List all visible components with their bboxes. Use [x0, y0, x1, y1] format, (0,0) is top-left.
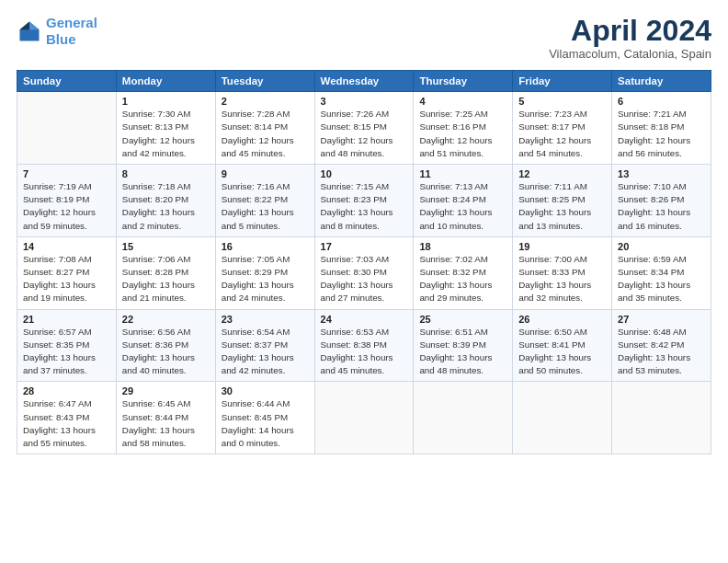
cell-w4-d4: [414, 382, 513, 454]
day-number: 14: [23, 241, 110, 252]
cell-info: Sunrise: 7:21 AMSunset: 8:18 PMDaylight:…: [618, 108, 705, 160]
week-row-5: 28Sunrise: 6:47 AMSunset: 8:43 PMDayligh…: [17, 382, 711, 454]
cell-info: Sunrise: 6:45 AMSunset: 8:44 PMDaylight:…: [122, 397, 210, 450]
cell-info: Sunrise: 6:51 AMSunset: 8:39 PMDaylight:…: [419, 326, 506, 378]
cell-info: Sunrise: 6:48 AMSunset: 8:42 PMDaylight:…: [618, 326, 705, 378]
day-number: 28: [23, 385, 110, 396]
cell-w1-d6: 13Sunrise: 7:10 AMSunset: 8:26 PMDayligh…: [612, 165, 711, 237]
day-number: 26: [518, 314, 606, 325]
col-header-friday: Friday: [513, 71, 612, 92]
cell-w0-d3: 3Sunrise: 7:26 AMSunset: 8:15 PMDaylight…: [314, 92, 414, 165]
cell-info: Sunrise: 6:47 AMSunset: 8:43 PMDaylight:…: [23, 397, 110, 450]
cell-info: Sunrise: 7:11 AMSunset: 8:25 PMDaylight:…: [518, 180, 606, 233]
logo-text: General Blue: [46, 15, 97, 48]
logo-blue: Blue: [46, 31, 76, 47]
cell-w1-d5: 12Sunrise: 7:11 AMSunset: 8:25 PMDayligh…: [513, 165, 612, 237]
cell-info: Sunrise: 6:54 AMSunset: 8:37 PMDaylight:…: [222, 326, 309, 378]
day-number: 4: [419, 96, 506, 107]
header: General Blue April 2024 Vilamacolum, Cat…: [17, 15, 711, 61]
cell-w0-d0: [17, 92, 117, 165]
day-number: 3: [321, 96, 408, 107]
cell-info: Sunrise: 7:02 AMSunset: 8:32 PMDaylight:…: [419, 253, 506, 305]
day-number: 16: [222, 241, 309, 252]
logo-general: General: [46, 15, 97, 30]
cell-w2-d4: 18Sunrise: 7:02 AMSunset: 8:32 PMDayligh…: [414, 236, 513, 309]
cell-w4-d2: 30Sunrise: 6:44 AMSunset: 8:45 PMDayligh…: [215, 382, 314, 454]
cell-info: Sunrise: 7:23 AMSunset: 8:17 PMDaylight:…: [518, 108, 606, 160]
cell-w1-d3: 10Sunrise: 7:15 AMSunset: 8:23 PMDayligh…: [314, 165, 414, 237]
cell-info: Sunrise: 7:08 AMSunset: 8:27 PMDaylight:…: [23, 253, 110, 305]
day-number: 13: [618, 168, 705, 179]
col-header-thursday: Thursday: [414, 71, 513, 92]
day-number: 12: [518, 168, 606, 179]
day-number: 20: [618, 241, 705, 252]
day-number: 23: [222, 314, 309, 325]
day-number: 29: [122, 385, 210, 396]
cell-w4-d3: [314, 382, 414, 454]
day-number: 6: [618, 96, 705, 107]
cell-info: Sunrise: 7:18 AMSunset: 8:20 PMDaylight:…: [122, 180, 210, 233]
cell-w1-d0: 7Sunrise: 7:19 AMSunset: 8:19 PMDaylight…: [17, 165, 117, 237]
day-number: 21: [23, 314, 110, 325]
day-number: 27: [618, 314, 705, 325]
cell-info: Sunrise: 7:19 AMSunset: 8:19 PMDaylight:…: [23, 180, 110, 233]
logo-icon: [17, 18, 42, 44]
cell-info: Sunrise: 7:25 AMSunset: 8:16 PMDaylight:…: [419, 108, 506, 160]
cell-info: Sunrise: 6:44 AMSunset: 8:45 PMDaylight:…: [222, 397, 309, 450]
cell-info: Sunrise: 7:00 AMSunset: 8:33 PMDaylight:…: [518, 253, 606, 305]
week-row-2: 7Sunrise: 7:19 AMSunset: 8:19 PMDaylight…: [17, 165, 711, 237]
day-number: 8: [122, 168, 210, 179]
week-row-1: 1Sunrise: 7:30 AMSunset: 8:13 PMDaylight…: [17, 92, 711, 165]
cell-w1-d4: 11Sunrise: 7:13 AMSunset: 8:24 PMDayligh…: [414, 165, 513, 237]
col-header-saturday: Saturday: [612, 71, 711, 92]
cell-w2-d1: 15Sunrise: 7:06 AMSunset: 8:28 PMDayligh…: [116, 236, 215, 309]
cell-w0-d2: 2Sunrise: 7:28 AMSunset: 8:14 PMDaylight…: [215, 92, 314, 165]
cell-w4-d0: 28Sunrise: 6:47 AMSunset: 8:43 PMDayligh…: [17, 382, 117, 454]
cell-w0-d1: 1Sunrise: 7:30 AMSunset: 8:13 PMDaylight…: [116, 92, 215, 165]
calendar-table: SundayMondayTuesdayWednesdayThursdayFrid…: [17, 70, 711, 454]
week-row-3: 14Sunrise: 7:08 AMSunset: 8:27 PMDayligh…: [17, 236, 711, 309]
cell-w4-d6: [612, 382, 711, 454]
cell-w4-d1: 29Sunrise: 6:45 AMSunset: 8:44 PMDayligh…: [116, 382, 215, 454]
cell-info: Sunrise: 6:57 AMSunset: 8:35 PMDaylight:…: [23, 326, 110, 378]
cell-w2-d6: 20Sunrise: 6:59 AMSunset: 8:34 PMDayligh…: [612, 236, 711, 309]
day-number: 9: [222, 168, 309, 179]
svg-marker-2: [20, 22, 30, 30]
logo: General Blue: [17, 15, 97, 48]
cell-info: Sunrise: 7:30 AMSunset: 8:13 PMDaylight:…: [122, 108, 210, 160]
day-number: 30: [222, 385, 309, 396]
cell-w0-d6: 6Sunrise: 7:21 AMSunset: 8:18 PMDaylight…: [612, 92, 711, 165]
subtitle: Vilamacolum, Catalonia, Spain: [549, 47, 711, 61]
header-row: SundayMondayTuesdayWednesdayThursdayFrid…: [17, 71, 711, 92]
day-number: 7: [23, 168, 110, 179]
day-number: 17: [321, 241, 408, 252]
day-number: 22: [122, 314, 210, 325]
day-number: 25: [419, 314, 506, 325]
cell-info: Sunrise: 7:03 AMSunset: 8:30 PMDaylight:…: [321, 253, 408, 305]
day-number: 15: [122, 241, 210, 252]
cell-w3-d1: 22Sunrise: 6:56 AMSunset: 8:36 PMDayligh…: [116, 309, 215, 382]
cell-w3-d4: 25Sunrise: 6:51 AMSunset: 8:39 PMDayligh…: [414, 309, 513, 382]
cell-w3-d0: 21Sunrise: 6:57 AMSunset: 8:35 PMDayligh…: [17, 309, 117, 382]
cell-w2-d3: 17Sunrise: 7:03 AMSunset: 8:30 PMDayligh…: [314, 236, 414, 309]
cell-info: Sunrise: 7:28 AMSunset: 8:14 PMDaylight:…: [222, 108, 309, 160]
cell-info: Sunrise: 7:05 AMSunset: 8:29 PMDaylight:…: [222, 253, 309, 305]
main-title: April 2024: [549, 15, 711, 47]
page: General Blue April 2024 Vilamacolum, Cat…: [0, 0, 728, 563]
cell-info: Sunrise: 6:50 AMSunset: 8:41 PMDaylight:…: [518, 326, 606, 378]
cell-w0-d5: 5Sunrise: 7:23 AMSunset: 8:17 PMDaylight…: [513, 92, 612, 165]
day-number: 1: [122, 96, 210, 107]
cell-w4-d5: [513, 382, 612, 454]
cell-info: Sunrise: 7:15 AMSunset: 8:23 PMDaylight:…: [321, 180, 408, 233]
cell-w3-d3: 24Sunrise: 6:53 AMSunset: 8:38 PMDayligh…: [314, 309, 414, 382]
cell-w1-d2: 9Sunrise: 7:16 AMSunset: 8:22 PMDaylight…: [215, 165, 314, 237]
cell-w3-d2: 23Sunrise: 6:54 AMSunset: 8:37 PMDayligh…: [215, 309, 314, 382]
title-block: April 2024 Vilamacolum, Catalonia, Spain: [549, 15, 711, 61]
cell-w2-d2: 16Sunrise: 7:05 AMSunset: 8:29 PMDayligh…: [215, 236, 314, 309]
cell-w1-d1: 8Sunrise: 7:18 AMSunset: 8:20 PMDaylight…: [116, 165, 215, 237]
col-header-sunday: Sunday: [17, 71, 117, 92]
week-row-4: 21Sunrise: 6:57 AMSunset: 8:35 PMDayligh…: [17, 309, 711, 382]
day-number: 24: [321, 314, 408, 325]
cell-info: Sunrise: 7:13 AMSunset: 8:24 PMDaylight:…: [419, 180, 506, 233]
cell-info: Sunrise: 7:10 AMSunset: 8:26 PMDaylight:…: [618, 180, 705, 233]
